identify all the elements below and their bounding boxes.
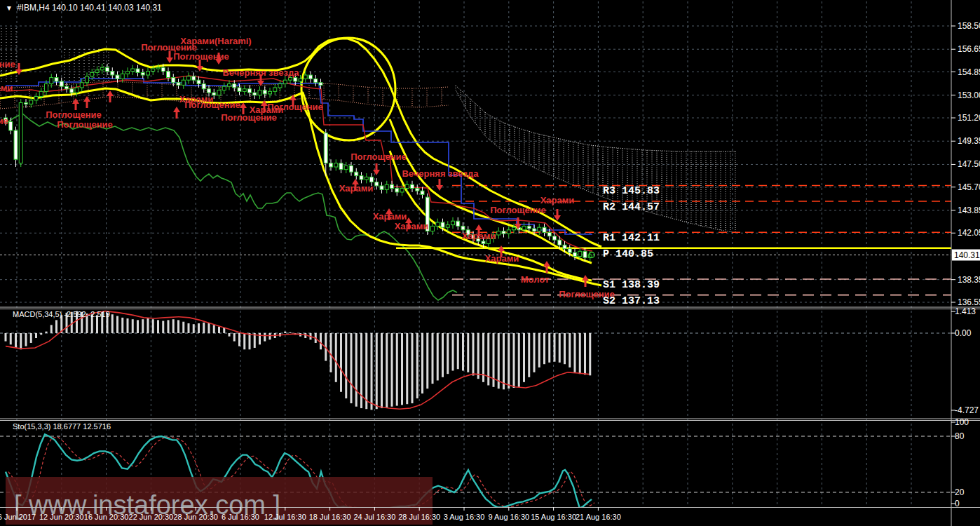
svg-text:100: 100 <box>955 417 969 427</box>
bollinger-upper_band <box>0 39 601 247</box>
svg-text:16 Jun 20:30: 16 Jun 20:30 <box>84 513 129 521</box>
pivot-label: S2 137.13 <box>603 295 660 307</box>
svg-text:Харами: Харами <box>373 211 407 222</box>
svg-text:9 Aug 16:30: 9 Aug 16:30 <box>488 513 529 521</box>
svg-text:0: 0 <box>955 499 960 508</box>
svg-text:1.413: 1.413 <box>955 306 976 316</box>
svg-text:147.50: 147.50 <box>958 159 980 169</box>
svg-text:142.05: 142.05 <box>958 228 980 238</box>
chart-canvas[interactable]: ПоглощениеХарами(Harami)ПоглощениеВечерн… <box>0 0 980 526</box>
svg-text:Харами: Харами <box>485 253 519 264</box>
svg-text:12 Jul 16:30: 12 Jul 16:30 <box>264 513 306 521</box>
main-chart-area[interactable]: ПоглощениеХарами(Harami)ПоглощениеВечерн… <box>0 28 951 307</box>
svg-text:0.00: 0.00 <box>955 328 972 338</box>
stochastic-label: Sto(15,3,3) 18.6777 12.5716 <box>13 422 111 431</box>
svg-text:Поглощение: Поглощение <box>57 119 113 130</box>
chart-title: #IBM,H4 140.10 140.41 140.03 140.31 <box>17 3 162 13</box>
svg-text:Поглощение: Поглощение <box>184 100 240 110</box>
svg-text:Поглощение: Поглощение <box>351 151 407 162</box>
svg-text:156.65: 156.65 <box>958 44 980 54</box>
svg-text:Харами: Харами <box>395 221 429 231</box>
svg-text:138.35: 138.35 <box>958 275 980 285</box>
svg-text:3 Aug 16:30: 3 Aug 16:30 <box>444 513 485 521</box>
svg-text:149.35: 149.35 <box>958 136 980 146</box>
macd-label: MACD(5,34,5) -2.592 -2.519 <box>13 310 110 318</box>
svg-text:22 Jun 20:30: 22 Jun 20:30 <box>129 513 174 521</box>
svg-text:Харами: Харами <box>0 83 13 93</box>
svg-text:158.50: 158.50 <box>958 21 980 31</box>
pivot-label: R2 144.57 <box>603 201 660 213</box>
svg-text:15 Aug 16:30: 15 Aug 16:30 <box>531 513 576 521</box>
svg-text:151.20: 151.20 <box>958 113 980 123</box>
svg-text:80: 80 <box>955 431 965 441</box>
svg-text:153.00: 153.00 <box>958 90 980 100</box>
svg-text:145.70: 145.70 <box>958 182 980 192</box>
pivot-label: P 140.85 <box>603 248 653 260</box>
svg-text:Вечерняя звезда: Вечерняя звезда <box>222 67 299 78</box>
svg-text:6 Jul 16:30: 6 Jul 16:30 <box>222 513 259 521</box>
svg-text:Поглощение: Поглощение <box>490 205 546 215</box>
svg-text:18 Jul 16:30: 18 Jul 16:30 <box>309 513 351 521</box>
svg-text:Поглощение: Поглощение <box>0 116 8 126</box>
svg-text:Поглощение: Поглощение <box>173 51 229 62</box>
macd-panel <box>6 311 590 410</box>
mt4-chart-window: { "window": { "title": "#IBM,H4 140.10 1… <box>0 0 980 526</box>
svg-text:Харами: Харами <box>540 195 575 205</box>
svg-text:-4.727: -4.727 <box>955 405 979 415</box>
svg-text:28 Jul 16:30: 28 Jul 16:30 <box>398 513 440 521</box>
svg-text:Поглощение: Поглощение <box>46 109 102 120</box>
svg-text:136.55: 136.55 <box>958 297 980 307</box>
svg-text:154.85: 154.85 <box>958 67 980 77</box>
svg-text:143.85: 143.85 <box>958 205 980 215</box>
chart-title-bar: ▼ #IBM,H4 140.10 140.41 140.03 140.31 <box>6 3 162 13</box>
svg-text:Вечерняя звезда: Вечерняя звезда <box>402 168 479 179</box>
pivot-label: S1 138.39 <box>603 279 660 291</box>
svg-text:24 Jul 16:30: 24 Jul 16:30 <box>353 513 395 521</box>
svg-text:28 Jun 20:30: 28 Jun 20:30 <box>173 513 218 521</box>
chikou-line <box>6 114 457 300</box>
svg-text:Поглощение: Поглощение <box>221 112 277 123</box>
svg-text:140.31: 140.31 <box>954 250 980 260</box>
svg-text:12 Jun 20:30: 12 Jun 20:30 <box>39 513 84 521</box>
svg-text:Поглощение: Поглощение <box>267 102 323 112</box>
svg-text:21 Aug 16:30: 21 Aug 16:30 <box>576 513 621 521</box>
price-axis[interactable]: 158.50156.65154.85153.00151.20149.35147.… <box>951 21 980 508</box>
pivot-label: R3 145.83 <box>603 185 660 197</box>
svg-text:20: 20 <box>955 487 965 497</box>
candlestick-series <box>4 64 592 262</box>
svg-text:Харами: Харами <box>462 231 496 241</box>
svg-text:Харами: Харами <box>339 183 374 194</box>
svg-text:Харами(Harami): Харами(Harami) <box>180 36 251 46</box>
svg-text:6 Jun 2017: 6 Jun 2017 <box>0 513 36 521</box>
macd-signal-line <box>6 311 589 410</box>
svg-text:Поглощение: Поглощение <box>0 59 15 69</box>
pivot-label: R1 142.11 <box>603 232 660 244</box>
symbol-dropdown-caret[interactable]: ▼ <box>6 4 13 12</box>
svg-text:Молот: Молот <box>521 274 550 285</box>
